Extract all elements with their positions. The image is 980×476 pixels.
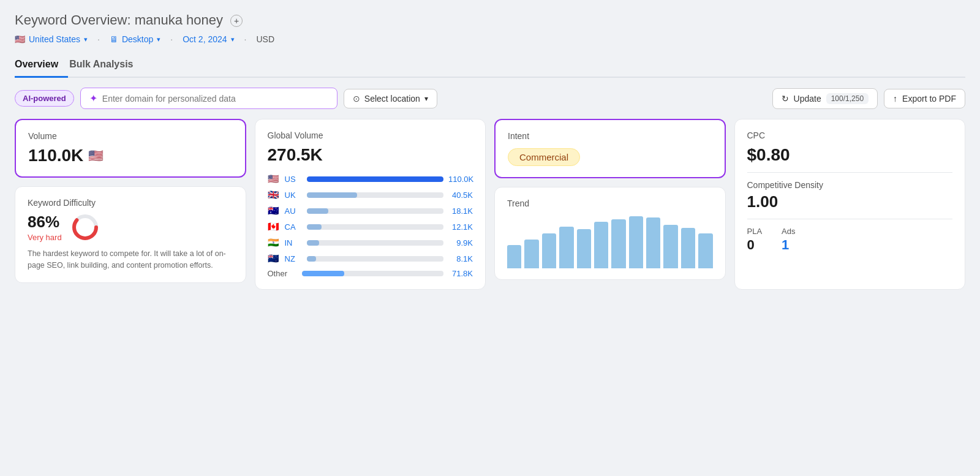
- trend-bar: [507, 245, 521, 268]
- trend-bar: [663, 225, 677, 268]
- country-value: 110.0K: [448, 175, 473, 184]
- device-label: Desktop: [122, 34, 153, 44]
- global-volume-card: Global Volume 270.5K 🇺🇸 US 110.0K 🇬🇧 UK …: [255, 119, 486, 290]
- title-prefix: Keyword Overview:: [15, 12, 131, 28]
- country-flag: 🇬🇧: [268, 189, 280, 200]
- device-chevron-icon: ▾: [157, 36, 160, 43]
- country-value: 8.1K: [448, 254, 473, 263]
- country-value: 12.1K: [448, 222, 473, 232]
- trend-bar: [629, 216, 643, 268]
- device-filter[interactable]: 🖥 Desktop ▾: [110, 34, 160, 44]
- location-filter[interactable]: 🇺🇸 United States ▾: [15, 34, 88, 44]
- country-bar-fill: [307, 256, 317, 262]
- export-button[interactable]: ↑ Export to PDF: [884, 89, 965, 108]
- trend-card: Trend: [494, 187, 726, 280]
- location-chevron-icon: ▾: [84, 36, 88, 43]
- cpc-divider: [747, 172, 953, 173]
- cards-grid: Volume 110.0K 🇺🇸 Keyword Difficulty 86% …: [15, 119, 965, 290]
- country-code: IN: [285, 238, 302, 247]
- location-label: United States: [29, 34, 80, 44]
- keyword-name: manuka honey: [135, 12, 223, 28]
- us-flag-icon: 🇺🇸: [15, 34, 25, 44]
- kd-sublabel: Very hard: [28, 233, 62, 242]
- country-bar-fill: [307, 224, 322, 230]
- volume-value: 110.0K 🇺🇸: [28, 146, 233, 165]
- intent-label: Intent: [508, 131, 712, 141]
- trend-chart: [507, 213, 713, 268]
- intent-card: Intent Commercial: [494, 119, 726, 178]
- toolbar-row: AI-powered ✦ ⊙ Select location ▾ ↻ Updat…: [15, 88, 965, 109]
- country-flag: 🇦🇺: [268, 205, 280, 216]
- volume-number: 110.0K: [28, 146, 83, 165]
- ads-label: Ads: [782, 227, 795, 236]
- trend-bar: [594, 222, 608, 268]
- trend-bar: [524, 240, 538, 268]
- trend-bar: [542, 233, 556, 268]
- trend-bar: [698, 233, 712, 268]
- trend-bar: [611, 219, 625, 268]
- add-keyword-icon[interactable]: +: [230, 15, 243, 27]
- trend-bar: [681, 228, 695, 268]
- country-code: NZ: [285, 254, 302, 263]
- date-chevron-icon: ▾: [231, 36, 235, 43]
- ai-badge: AI-powered: [15, 90, 74, 107]
- country-bar-bg: [307, 208, 444, 214]
- domain-input-wrapper[interactable]: ✦: [80, 88, 337, 109]
- trend-bar: [646, 217, 660, 268]
- intent-badge: Commercial: [508, 148, 580, 166]
- cpc-value: $0.80: [747, 145, 953, 165]
- export-icon: ↑: [893, 94, 897, 104]
- domain-input[interactable]: [102, 94, 328, 104]
- gv-label: Global Volume: [268, 130, 473, 140]
- country-bar-row: 🇨🇦 CA 12.1K: [268, 221, 473, 232]
- desktop-icon: 🖥: [110, 34, 118, 44]
- country-bar-bg: [307, 224, 444, 230]
- country-flag: 🇳🇿: [268, 253, 280, 264]
- other-label: Other: [268, 269, 297, 278]
- ads-col: Ads 1: [782, 227, 795, 253]
- cpc-card: CPC $0.80 Competitive Density 1.00 PLA 0…: [734, 119, 966, 290]
- country-bar-row: 🇮🇳 IN 9.9K: [268, 237, 473, 248]
- intent-trend-col: Intent Commercial Trend: [494, 119, 726, 290]
- country-bars: 🇺🇸 US 110.0K 🇬🇧 UK 40.5K 🇦🇺 AU 18.1K 🇨🇦 …: [268, 173, 473, 264]
- date-filter[interactable]: Oct 2, 2024 ▾: [183, 34, 234, 44]
- country-bar-row: 🇦🇺 AU 18.1K: [268, 205, 473, 216]
- country-value: 9.9K: [448, 238, 473, 247]
- export-label: Export to PDF: [902, 94, 956, 104]
- kd-description: The hardest keyword to compete for. It w…: [28, 248, 233, 271]
- cd-value: 1.00: [747, 192, 953, 211]
- pla-value: 0: [747, 237, 763, 253]
- other-row: Other 71.8K: [268, 269, 473, 278]
- kd-label: Keyword Difficulty: [28, 198, 233, 208]
- tab-overview[interactable]: Overview: [15, 54, 68, 78]
- country-bar-bg: [307, 240, 444, 246]
- other-bar-fill: [302, 271, 344, 276]
- country-code: UK: [285, 191, 302, 200]
- country-flag: 🇨🇦: [268, 221, 280, 232]
- volume-flag: 🇺🇸: [88, 148, 104, 163]
- country-bar-bg: [307, 176, 444, 182]
- update-button[interactable]: ↻ Update 100/1,250: [772, 88, 878, 109]
- tab-bulk-analysis[interactable]: Bulk Analysis: [68, 54, 143, 78]
- kd-row: 86% Very hard: [28, 213, 233, 242]
- country-bar-row: 🇬🇧 UK 40.5K: [268, 189, 473, 200]
- country-bar-fill: [307, 176, 444, 182]
- ads-value: 1: [782, 237, 795, 253]
- country-bar-row: 🇺🇸 US 110.0K: [268, 173, 473, 184]
- cpc-label: CPC: [747, 130, 953, 140]
- location-chevron-icon: ▾: [424, 94, 428, 103]
- date-label: Oct 2, 2024: [183, 34, 227, 44]
- volume-card: Volume 110.0K 🇺🇸: [15, 119, 246, 178]
- select-location-button[interactable]: ⊙ Select location ▾: [344, 89, 437, 108]
- left-column: Volume 110.0K 🇺🇸 Keyword Difficulty 86% …: [15, 119, 246, 290]
- tabs-row: Overview Bulk Analysis: [15, 54, 965, 78]
- kd-donut-chart: [70, 213, 100, 242]
- country-bar-fill: [307, 192, 358, 198]
- country-bar-fill: [307, 208, 329, 214]
- country-code: AU: [285, 206, 302, 216]
- trend-bar: [559, 227, 573, 268]
- country-bar-fill: [307, 240, 319, 246]
- volume-label: Volume: [28, 131, 233, 141]
- country-flag: 🇺🇸: [268, 173, 280, 184]
- page-title: Keyword Overview: manuka honey +: [15, 12, 965, 28]
